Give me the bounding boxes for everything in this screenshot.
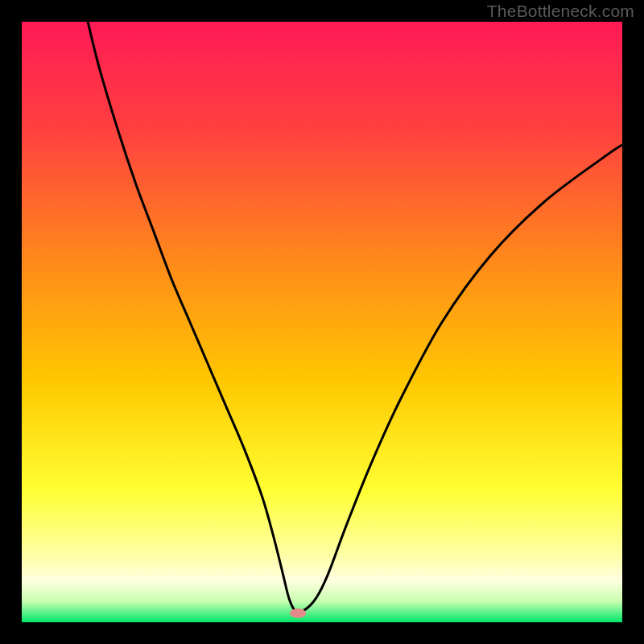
minimum-marker <box>290 609 306 618</box>
watermark-text: TheBottleneck.com <box>487 2 634 21</box>
plot-frame <box>22 22 622 622</box>
chart-svg <box>22 22 622 622</box>
chart-root: TheBottleneck.com <box>0 0 644 644</box>
